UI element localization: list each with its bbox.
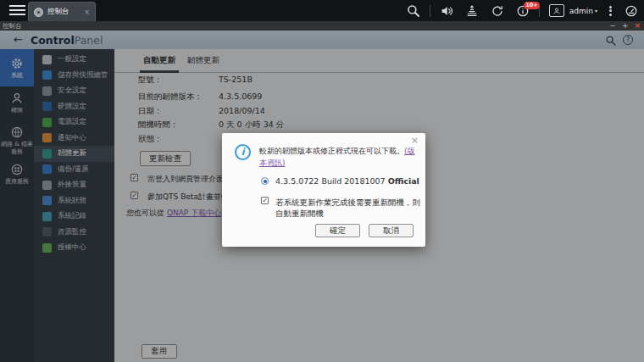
chevron-down-icon[interactable]: ▾ xyxy=(595,8,597,14)
window-taskbar: 控制台 − + × xyxy=(0,21,644,31)
desktop-tab-control-panel[interactable]: 控制台 × xyxy=(28,2,96,21)
tab-close-icon[interactable]: × xyxy=(84,8,90,16)
more-options-icon[interactable] xyxy=(609,4,612,17)
window-title: 控制台 xyxy=(3,22,22,31)
admin-menu[interactable]: admin xyxy=(569,7,593,15)
background-tasks-icon[interactable] xyxy=(465,4,479,18)
main-menu-icon[interactable] xyxy=(9,5,25,16)
version-radio[interactable] xyxy=(261,177,269,185)
window-maximize-button[interactable]: + xyxy=(622,22,629,30)
info-icon: i xyxy=(235,144,251,160)
search-icon[interactable] xyxy=(407,4,420,18)
divider xyxy=(430,5,430,17)
topbar-icons: 10+ admin ▾ xyxy=(401,0,644,21)
notifications-icon[interactable]: 10+ xyxy=(516,4,530,18)
control-panel-app-icon xyxy=(34,8,43,17)
firmware-update-dialog: × i 較新的韌體版本或修正程式現在可以下載。(版本資訊) 4.3.5.0722… xyxy=(222,133,425,247)
auto-restart-checkbox[interactable]: ✓ xyxy=(261,197,269,204)
user-icon[interactable] xyxy=(549,4,564,17)
volume-icon[interactable] xyxy=(440,4,453,18)
sync-icon[interactable] xyxy=(491,4,504,18)
topbar: 控制台 × 10+ admin ▾ xyxy=(0,0,644,21)
desktop-tab-title: 控制台 xyxy=(47,7,84,17)
notification-badge: 10+ xyxy=(524,2,541,9)
window-close-button[interactable]: × xyxy=(634,22,641,30)
window-minimize-button[interactable]: − xyxy=(609,22,616,30)
ok-button[interactable]: 確定 xyxy=(315,224,360,237)
dialog-message: 較新的韌體版本或修正程式現在可以下載。(版本資訊) xyxy=(259,145,415,169)
version-radio-row: 4.3.5.0722 Build 20181007 Official xyxy=(261,176,419,186)
dashboard-icon[interactable] xyxy=(625,4,638,18)
cancel-button[interactable]: 取消 xyxy=(369,224,414,237)
auto-restart-row: ✓ 若系統更新作業完成後需要重新開機，則自動重新開機 xyxy=(261,197,421,219)
